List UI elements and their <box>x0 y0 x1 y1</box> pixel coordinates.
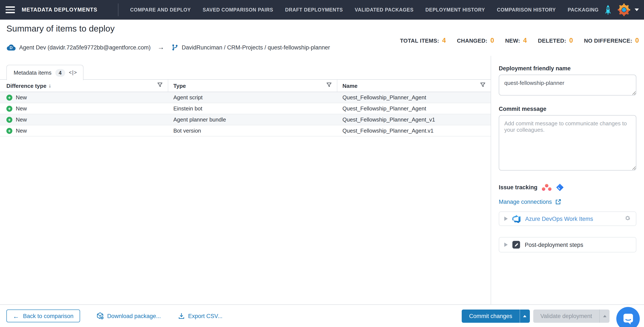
stat-no-difference-value: 0 <box>635 37 639 44</box>
settings-gear-icon[interactable] <box>624 215 631 223</box>
filter-icon[interactable] <box>480 82 486 89</box>
tab-count-badge: 4 <box>55 69 65 77</box>
export-csv-button[interactable]: Export CSV... <box>178 312 222 319</box>
nav-item-saved-comparison-pairs[interactable]: SAVED COMPARISON PAIRS <box>203 7 273 12</box>
app-window: METADATA DEPLOYMENTS COMPARE AND DEPLOY … <box>0 0 644 327</box>
target-branch-label: DavidRunciman / CRM-Projects / quest-fel… <box>182 44 330 51</box>
commit-message-label: Commit message <box>499 106 636 112</box>
download-icon <box>178 312 185 319</box>
table-row[interactable]: +New Agent planner bundle Quest_Fellowsh… <box>0 114 491 125</box>
arrow-right-icon: → <box>158 44 164 51</box>
package-icon <box>96 312 104 320</box>
table-row[interactable]: +New Bot version Quest_Fellowship_Planne… <box>0 125 491 136</box>
difference-type-cell: New <box>16 94 27 101</box>
jira-icon[interactable] <box>556 183 564 191</box>
page-title: Summary of items to deploy <box>6 24 114 34</box>
caret-up-icon <box>603 315 606 317</box>
git-branch-icon <box>171 44 178 51</box>
app-brand: METADATA DEPLOYMENTS <box>22 7 97 13</box>
gearset-logo-icon[interactable] <box>618 4 630 16</box>
stat-deleted: DELETED:0 <box>538 37 573 44</box>
stat-deleted-value: 0 <box>569 37 573 44</box>
expand-caret-icon[interactable] <box>504 217 508 221</box>
caret-up-icon <box>523 315 526 317</box>
download-package-button[interactable]: Download package... <box>96 312 161 320</box>
post-deployment-steps-label: Post-deployment steps <box>525 241 583 248</box>
stat-no-difference: NO DIFFERENCE:0 <box>584 37 639 44</box>
stat-total-items-value: 4 <box>442 37 446 44</box>
back-to-comparison-button[interactable]: ← Back to comparison <box>6 309 80 322</box>
friendly-name-label: Deployment friendly name <box>499 65 636 72</box>
top-nav: METADATA DEPLOYMENTS COMPARE AND DEPLOY … <box>0 0 644 20</box>
salesforce-org-icon: D <box>6 44 16 51</box>
difference-type-cell: New <box>16 128 27 134</box>
rocket-icon[interactable] <box>604 4 612 15</box>
type-cell: Einstein bot <box>168 105 337 112</box>
post-deployment-steps-card[interactable]: Post-deployment steps <box>499 237 636 252</box>
page-header: Summary of items to deploy D Agent Dev (… <box>0 20 644 56</box>
validate-deployment-dropdown[interactable] <box>600 309 610 322</box>
filter-icon[interactable] <box>157 82 163 89</box>
new-plus-icon: + <box>6 94 12 100</box>
back-arrow-icon: ← <box>13 312 19 319</box>
table-row[interactable]: +New Einstein bot Quest_Fellowship_Plann… <box>0 103 491 114</box>
stat-new: NEW:4 <box>505 37 527 44</box>
tab-metadata-items[interactable]: Metadata items 4 <|> <box>6 65 84 80</box>
table-header: Difference type ↓ Type Name <box>0 79 491 92</box>
manage-connections-link[interactable]: Manage connections <box>499 199 636 205</box>
new-plus-icon: + <box>6 117 12 123</box>
commit-changes-dropdown[interactable] <box>520 309 530 322</box>
nav-item-draft-deployments[interactable]: DRAFT DEPLOYMENTS <box>285 7 343 12</box>
column-header-name[interactable]: Name <box>337 80 491 92</box>
difference-type-cell: New <box>16 105 27 112</box>
nav-item-comparison-history[interactable]: COMPARISON HISTORY <box>497 7 556 12</box>
summary-stats: TOTAL ITEMS:4 CHANGED:0 NEW:4 DELETED:0 … <box>400 37 639 44</box>
filter-icon[interactable] <box>326 82 332 89</box>
external-link-icon <box>555 199 561 205</box>
source-org-label: Agent Dev (davidr.72a5fe9772bb@agentforc… <box>19 44 150 51</box>
table-row[interactable]: +New Agent script Quest_Fellowship_Plann… <box>0 92 491 103</box>
stat-changed: CHANGED:0 <box>457 37 494 44</box>
nav-divider <box>118 4 118 16</box>
name-cell: Quest_Fellowship_Planner_Agent <box>337 94 491 101</box>
column-header-type[interactable]: Type <box>168 80 337 92</box>
account-dropdown-caret-icon[interactable] <box>635 9 639 11</box>
footer-bar: ← Back to comparison Download package... <box>0 304 644 327</box>
asana-icon[interactable] <box>542 184 552 191</box>
azure-devops-work-items-card[interactable]: Azure DevOps Work Items <box>499 211 636 226</box>
post-deployment-steps-icon <box>512 241 520 248</box>
azure-devops-icon <box>512 215 520 223</box>
type-cell: Bot version <box>168 128 337 134</box>
nav-item-deployment-history[interactable]: DEPLOYMENT HISTORY <box>426 7 485 12</box>
nav-item-packaging[interactable]: PACKAGING <box>568 7 599 12</box>
svg-text:D: D <box>10 45 12 50</box>
friendly-name-input[interactable]: quest-fellowship-planner <box>499 75 636 96</box>
name-cell: Quest_Fellowship_Planner_Agent_v1 <box>337 116 491 123</box>
type-cell: Agent script <box>168 94 337 101</box>
metadata-table-pane: Metadata items 4 <|> Difference type ↓ T… <box>0 56 491 304</box>
validate-deployment-button[interactable]: Validate deployment <box>533 309 610 322</box>
expand-caret-icon[interactable] <box>504 243 508 247</box>
nav-item-compare-and-deploy[interactable]: COMPARE AND DEPLOY <box>130 7 191 12</box>
nav-item-validated-packages[interactable]: VALIDATED PACKAGES <box>355 7 414 12</box>
azure-devops-work-items-link[interactable]: Azure DevOps Work Items <box>525 215 593 222</box>
nav-menu: COMPARE AND DEPLOY SAVED COMPARISON PAIR… <box>130 7 599 12</box>
new-plus-icon: + <box>6 106 12 112</box>
column-header-difference-type[interactable]: Difference type ↓ <box>0 80 168 92</box>
tab-label: Metadata items <box>14 70 52 76</box>
deployment-side-panel: Deployment friendly name quest-fellowshi… <box>491 56 644 304</box>
name-cell: Quest_Fellowship_Planner_Agent.v1 <box>337 128 491 134</box>
stat-changed-value: 0 <box>490 37 494 44</box>
source-target-row: D Agent Dev (davidr.72a5fe9772bb@agentfo… <box>6 44 330 51</box>
issue-tracking-label: Issue tracking <box>499 184 538 191</box>
type-cell: Agent planner bundle <box>168 116 337 123</box>
new-plus-icon: + <box>6 128 12 134</box>
stat-total-items: TOTAL ITEMS:4 <box>400 37 446 44</box>
commit-changes-button[interactable]: Commit changes <box>462 309 530 322</box>
stat-new-value: 4 <box>523 37 527 44</box>
code-view-icon[interactable]: <|> <box>69 70 76 76</box>
sort-descending-icon: ↓ <box>48 83 51 89</box>
chat-bubble-icon <box>622 313 634 325</box>
commit-message-input[interactable] <box>499 115 636 171</box>
hamburger-menu-icon[interactable] <box>6 7 15 13</box>
